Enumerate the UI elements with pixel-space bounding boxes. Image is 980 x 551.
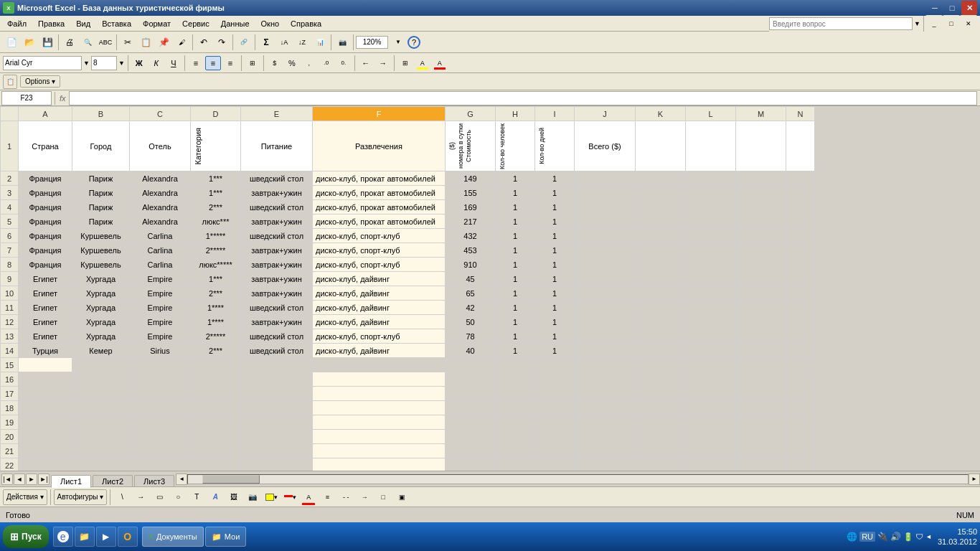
align-center-btn[interactable]: ≡ <box>205 56 221 70</box>
font-size-dropdown[interactable]: ▼ <box>118 60 125 67</box>
hyperlink-btn[interactable]: 🔗 <box>235 34 253 51</box>
format-painter-btn[interactable]: 🖌 <box>173 34 190 51</box>
row-num-8[interactable]: 8 <box>1 258 19 272</box>
cell-a13[interactable]: Египет <box>19 329 72 344</box>
row-num-16[interactable]: 16 <box>1 372 19 387</box>
new-button[interactable]: 📄 <box>3 34 20 51</box>
cell-j4[interactable] <box>575 200 636 215</box>
row-num-4[interactable]: 4 <box>1 200 19 215</box>
sheet-icon[interactable]: 📋 <box>3 75 17 89</box>
sheet-tab-2[interactable]: Лист2 <box>93 475 133 487</box>
cell-m13[interactable] <box>736 329 786 344</box>
cell-c11[interactable]: Empire <box>130 301 191 315</box>
lang-indicator[interactable]: RU <box>859 532 875 542</box>
wordart-tool[interactable]: A <box>207 489 224 506</box>
cell-i4[interactable]: 1 <box>535 200 575 215</box>
cell-e12[interactable]: завтрак+ужин <box>241 315 313 329</box>
cell-b4[interactable]: Париж <box>72 200 130 215</box>
maximize-button[interactable]: □ <box>944 1 960 15</box>
cell-b11[interactable]: Хургада <box>72 301 130 315</box>
cell-n10[interactable] <box>786 286 815 301</box>
cell-c15[interactable] <box>130 358 191 372</box>
cell-n11[interactable] <box>786 301 815 315</box>
dec-decimal-btn[interactable]: 0. <box>336 56 352 70</box>
camera-btn[interactable]: 📷 <box>334 34 351 51</box>
cell-d13[interactable]: 2***** <box>191 329 241 344</box>
menu-edit[interactable]: Правка <box>32 18 70 29</box>
inc-decimal-btn[interactable]: .0 <box>319 56 334 70</box>
sheet-nav-last[interactable]: ►| <box>38 474 50 485</box>
opera-quicklaunch[interactable]: O <box>118 527 138 547</box>
merge-cells-btn[interactable]: ⊞ <box>245 56 260 70</box>
cell-i8[interactable]: 1 <box>535 258 575 272</box>
cell-d12[interactable]: 1**** <box>191 315 241 329</box>
rectangle-tool[interactable]: ▭ <box>151 489 168 506</box>
cell-e6[interactable]: шведский стол <box>241 229 313 243</box>
cell-b13[interactable]: Хургада <box>72 329 130 344</box>
cell-j6[interactable] <box>575 229 636 243</box>
cell-l3[interactable] <box>686 186 736 200</box>
col-header-k[interactable]: K <box>636 107 686 121</box>
cell-j10[interactable] <box>575 286 636 301</box>
3d-btn[interactable]: ▣ <box>393 489 410 506</box>
menu-help[interactable]: Справка <box>285 18 327 29</box>
cell-c5[interactable]: Alexandra <box>130 215 191 229</box>
cell-a8[interactable]: Франция <box>19 258 72 272</box>
cell-l2[interactable] <box>686 171 736 186</box>
scroll-left-arrow[interactable]: ◄ <box>176 474 187 485</box>
sheet-tab-3[interactable]: Лист3 <box>134 475 174 487</box>
cell-f12[interactable]: диско-клуб, дайвинг <box>313 315 446 329</box>
tray-icon-network[interactable]: 🔌 <box>877 532 888 542</box>
cell-f14[interactable]: диско-клуб, дайвинг <box>313 344 446 358</box>
cell-g5[interactable]: 217 <box>446 215 496 229</box>
cell-k15[interactable] <box>575 358 636 372</box>
cell-b8[interactable]: Куршевель <box>72 258 130 272</box>
row-num-17[interactable]: 17 <box>1 387 19 401</box>
cell-c8[interactable]: Carlina <box>130 258 191 272</box>
cell-n15[interactable] <box>736 358 786 372</box>
cell-f2[interactable]: диско-клуб, прокат автомобилей <box>313 171 446 186</box>
font-name-input[interactable] <box>3 56 82 70</box>
col-header-a[interactable]: A <box>19 107 72 121</box>
indent-inc-btn[interactable]: → <box>375 56 391 70</box>
cell-f8[interactable]: диско-клуб, спорт-клуб <box>313 258 446 272</box>
ie-quicklaunch[interactable]: e <box>53 527 73 547</box>
cell-l5[interactable] <box>686 215 736 229</box>
header-cell-k[interactable] <box>636 121 686 171</box>
col-header-i[interactable]: I <box>535 107 575 121</box>
cell-l11[interactable] <box>686 301 736 315</box>
cell-i15[interactable] <box>496 358 535 372</box>
row-num-12[interactable]: 12 <box>1 315 19 329</box>
col-header-b[interactable]: B <box>72 107 130 121</box>
cell-k7[interactable] <box>636 243 686 258</box>
cell-f7[interactable]: диско-клуб, спорт-клуб <box>313 243 446 258</box>
cell-j13[interactable] <box>575 329 636 344</box>
col-header-n[interactable]: N <box>786 107 815 121</box>
sort-asc-btn[interactable]: ↓A <box>275 34 293 51</box>
sheet-tab-1[interactable]: Лист1 <box>51 475 91 488</box>
cell-l9[interactable] <box>686 272 736 286</box>
zoom-input[interactable] <box>356 36 388 49</box>
header-cell-l[interactable] <box>686 121 736 171</box>
help-close-btn[interactable]: ✕ <box>960 15 977 32</box>
tray-icon-sound[interactable]: 🔊 <box>890 532 901 542</box>
cell-h6[interactable]: 1 <box>496 229 535 243</box>
fill-color-btn[interactable]: A <box>415 56 430 70</box>
cell-d8[interactable]: люкс***** <box>191 258 241 272</box>
insert-clipart[interactable]: 🖼 <box>225 489 242 506</box>
cell-a9[interactable]: Египет <box>19 272 72 286</box>
open-button[interactable]: 📂 <box>21 34 38 51</box>
undo-button[interactable]: ↶ <box>195 34 212 51</box>
cell-n3[interactable] <box>786 186 815 200</box>
cell-k10[interactable] <box>636 286 686 301</box>
cell-e5[interactable]: завтрак+ужин <box>241 215 313 229</box>
row-num-19[interactable]: 19 <box>1 415 19 430</box>
cell-n2[interactable] <box>786 171 815 186</box>
cell-b3[interactable]: Париж <box>72 186 130 200</box>
header-cell-category[interactable]: Категория <box>191 121 241 171</box>
col-header-c[interactable]: C <box>130 107 191 121</box>
cell-f6[interactable]: диско-клуб, спорт-клуб <box>313 229 446 243</box>
cell-e4[interactable]: шведский стол <box>241 200 313 215</box>
help-btn[interactable]: ? <box>407 36 420 49</box>
arrow-style-btn[interactable]: → <box>356 489 373 506</box>
